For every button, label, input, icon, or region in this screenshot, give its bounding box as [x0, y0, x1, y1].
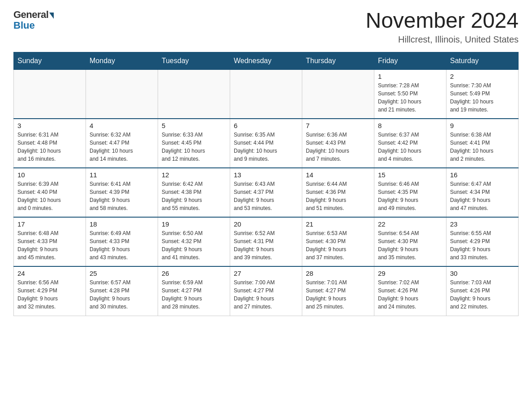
day-number: 3: [17, 122, 82, 129]
calendar-cell: 14Sunrise: 6:44 AM Sunset: 4:36 PM Dayli…: [302, 168, 374, 217]
calendar-cell: 21Sunrise: 6:53 AM Sunset: 4:30 PM Dayli…: [302, 217, 374, 266]
day-number: 6: [234, 122, 298, 129]
day-info: Sunrise: 6:35 AM Sunset: 4:44 PM Dayligh…: [234, 131, 298, 163]
day-info: Sunrise: 6:37 AM Sunset: 4:42 PM Dayligh…: [378, 131, 442, 163]
day-info: Sunrise: 7:28 AM Sunset: 5:50 PM Dayligh…: [378, 81, 442, 114]
column-header-saturday: Saturday: [446, 52, 519, 69]
day-number: 16: [450, 171, 515, 179]
day-number: 7: [306, 122, 370, 129]
calendar-cell: 30Sunrise: 7:03 AM Sunset: 4:26 PM Dayli…: [446, 266, 519, 316]
day-number: 15: [378, 171, 442, 179]
day-number: 23: [450, 220, 515, 228]
calendar-cell: 10Sunrise: 6:39 AM Sunset: 4:40 PM Dayli…: [14, 168, 86, 217]
day-number: 20: [234, 220, 298, 228]
day-info: Sunrise: 6:31 AM Sunset: 4:48 PM Dayligh…: [17, 131, 82, 163]
calendar-cell: 18Sunrise: 6:49 AM Sunset: 4:33 PM Dayli…: [86, 217, 158, 266]
calendar-cell: 22Sunrise: 6:54 AM Sunset: 4:30 PM Dayli…: [374, 217, 446, 266]
day-info: Sunrise: 6:41 AM Sunset: 4:39 PM Dayligh…: [90, 180, 154, 212]
calendar-table: SundayMondayTuesdayWednesdayThursdayFrid…: [13, 52, 519, 316]
day-number: 25: [90, 270, 154, 277]
day-number: 5: [162, 122, 226, 129]
calendar-cell: 25Sunrise: 6:57 AM Sunset: 4:28 PM Dayli…: [86, 266, 158, 316]
day-number: 4: [90, 122, 154, 129]
month-title: November 2024: [365, 9, 519, 33]
day-number: 28: [306, 270, 370, 277]
calendar-week-row: 10Sunrise: 6:39 AM Sunset: 4:40 PM Dayli…: [14, 168, 519, 217]
calendar-cell: 16Sunrise: 6:47 AM Sunset: 4:34 PM Dayli…: [446, 168, 519, 217]
day-number: 30: [450, 270, 515, 277]
title-block: November 2024 Hillcrest, Illinois, Unite…: [365, 9, 519, 45]
day-info: Sunrise: 6:46 AM Sunset: 4:35 PM Dayligh…: [378, 180, 442, 212]
day-info: Sunrise: 6:53 AM Sunset: 4:30 PM Dayligh…: [306, 229, 370, 261]
day-info: Sunrise: 7:03 AM Sunset: 4:26 PM Dayligh…: [450, 278, 515, 311]
day-info: Sunrise: 6:47 AM Sunset: 4:34 PM Dayligh…: [450, 180, 515, 212]
logo-arrow-icon: [49, 13, 54, 19]
column-header-friday: Friday: [374, 52, 446, 69]
day-number: 29: [378, 270, 442, 277]
day-info: Sunrise: 7:30 AM Sunset: 5:49 PM Dayligh…: [450, 81, 515, 114]
page-header: General Blue November 2024 Hillcrest, Il…: [13, 9, 519, 45]
day-info: Sunrise: 7:02 AM Sunset: 4:26 PM Dayligh…: [378, 278, 442, 311]
logo-general-text: General: [13, 9, 48, 21]
day-info: Sunrise: 6:39 AM Sunset: 4:40 PM Dayligh…: [17, 180, 82, 212]
calendar-week-row: 24Sunrise: 6:56 AM Sunset: 4:29 PM Dayli…: [14, 266, 519, 316]
calendar-cell: 24Sunrise: 6:56 AM Sunset: 4:29 PM Dayli…: [14, 266, 86, 316]
day-info: Sunrise: 6:54 AM Sunset: 4:30 PM Dayligh…: [378, 229, 442, 261]
calendar-cell: 11Sunrise: 6:41 AM Sunset: 4:39 PM Dayli…: [86, 168, 158, 217]
day-info: Sunrise: 6:50 AM Sunset: 4:32 PM Dayligh…: [162, 229, 226, 261]
day-number: 18: [90, 220, 154, 228]
calendar-cell: 27Sunrise: 7:00 AM Sunset: 4:27 PM Dayli…: [230, 266, 302, 316]
day-number: 8: [378, 122, 442, 129]
calendar-cell: 7Sunrise: 6:36 AM Sunset: 4:43 PM Daylig…: [302, 119, 374, 168]
calendar-cell: 15Sunrise: 6:46 AM Sunset: 4:35 PM Dayli…: [374, 168, 446, 217]
day-number: 10: [17, 171, 82, 179]
day-info: Sunrise: 7:00 AM Sunset: 4:27 PM Dayligh…: [234, 278, 298, 311]
day-number: 19: [162, 220, 226, 228]
calendar-cell: 23Sunrise: 6:55 AM Sunset: 4:29 PM Dayli…: [446, 217, 519, 266]
calendar-cell: 19Sunrise: 6:50 AM Sunset: 4:32 PM Dayli…: [158, 217, 230, 266]
column-header-sunday: Sunday: [14, 52, 86, 69]
calendar-cell: [86, 69, 158, 119]
day-number: 24: [17, 270, 82, 277]
day-info: Sunrise: 6:44 AM Sunset: 4:36 PM Dayligh…: [306, 180, 370, 212]
column-header-tuesday: Tuesday: [158, 52, 230, 69]
day-info: Sunrise: 6:48 AM Sunset: 4:33 PM Dayligh…: [17, 229, 82, 261]
day-info: Sunrise: 7:01 AM Sunset: 4:27 PM Dayligh…: [306, 278, 370, 311]
day-number: 9: [450, 122, 515, 129]
column-header-thursday: Thursday: [302, 52, 374, 69]
day-number: 12: [162, 171, 226, 179]
day-number: 17: [17, 220, 82, 228]
day-info: Sunrise: 6:56 AM Sunset: 4:29 PM Dayligh…: [17, 278, 82, 311]
calendar-cell: 13Sunrise: 6:43 AM Sunset: 4:37 PM Dayli…: [230, 168, 302, 217]
calendar-week-row: 1Sunrise: 7:28 AM Sunset: 5:50 PM Daylig…: [14, 69, 519, 119]
day-info: Sunrise: 6:59 AM Sunset: 4:27 PM Dayligh…: [162, 278, 226, 311]
day-info: Sunrise: 6:49 AM Sunset: 4:33 PM Dayligh…: [90, 229, 154, 261]
day-info: Sunrise: 6:33 AM Sunset: 4:45 PM Dayligh…: [162, 131, 226, 163]
logo-blue-text: Blue: [13, 20, 35, 31]
day-info: Sunrise: 6:36 AM Sunset: 4:43 PM Dayligh…: [306, 131, 370, 163]
calendar-cell: 6Sunrise: 6:35 AM Sunset: 4:44 PM Daylig…: [230, 119, 302, 168]
column-header-wednesday: Wednesday: [230, 52, 302, 69]
calendar-cell: [230, 69, 302, 119]
calendar-cell: 5Sunrise: 6:33 AM Sunset: 4:45 PM Daylig…: [158, 119, 230, 168]
calendar-cell: 9Sunrise: 6:38 AM Sunset: 4:41 PM Daylig…: [446, 119, 519, 168]
calendar-cell: 28Sunrise: 7:01 AM Sunset: 4:27 PM Dayli…: [302, 266, 374, 316]
day-number: 26: [162, 270, 226, 277]
calendar-cell: 20Sunrise: 6:52 AM Sunset: 4:31 PM Dayli…: [230, 217, 302, 266]
calendar-cell: [158, 69, 230, 119]
calendar-cell: [14, 69, 86, 119]
day-info: Sunrise: 6:42 AM Sunset: 4:38 PM Dayligh…: [162, 180, 226, 212]
day-number: 14: [306, 171, 370, 179]
location-subtitle: Hillcrest, Illinois, United States: [365, 34, 519, 45]
day-number: 1: [378, 73, 442, 80]
calendar-cell: 1Sunrise: 7:28 AM Sunset: 5:50 PM Daylig…: [374, 69, 446, 119]
calendar-cell: 2Sunrise: 7:30 AM Sunset: 5:49 PM Daylig…: [446, 69, 519, 119]
day-number: 2: [450, 73, 515, 80]
day-info: Sunrise: 6:32 AM Sunset: 4:47 PM Dayligh…: [90, 131, 154, 163]
day-number: 11: [90, 171, 154, 179]
calendar-cell: 4Sunrise: 6:32 AM Sunset: 4:47 PM Daylig…: [86, 119, 158, 168]
day-info: Sunrise: 6:38 AM Sunset: 4:41 PM Dayligh…: [450, 131, 515, 163]
calendar-header-row: SundayMondayTuesdayWednesdayThursdayFrid…: [14, 52, 519, 69]
day-info: Sunrise: 6:55 AM Sunset: 4:29 PM Dayligh…: [450, 229, 515, 261]
logo: General Blue: [13, 9, 54, 31]
